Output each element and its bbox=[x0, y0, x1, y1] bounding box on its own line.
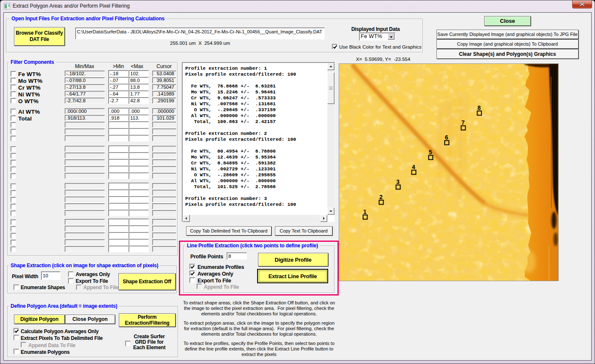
svg-text:7: 7 bbox=[461, 119, 465, 126]
svg-text:1: 1 bbox=[363, 208, 367, 215]
svg-text:6: 6 bbox=[445, 134, 448, 141]
svg-text:2: 2 bbox=[379, 194, 383, 200]
svg-text:8: 8 bbox=[477, 104, 481, 111]
svg-text:4: 4 bbox=[412, 164, 415, 170]
svg-text:5: 5 bbox=[429, 149, 432, 156]
svg-text:3: 3 bbox=[396, 178, 400, 185]
